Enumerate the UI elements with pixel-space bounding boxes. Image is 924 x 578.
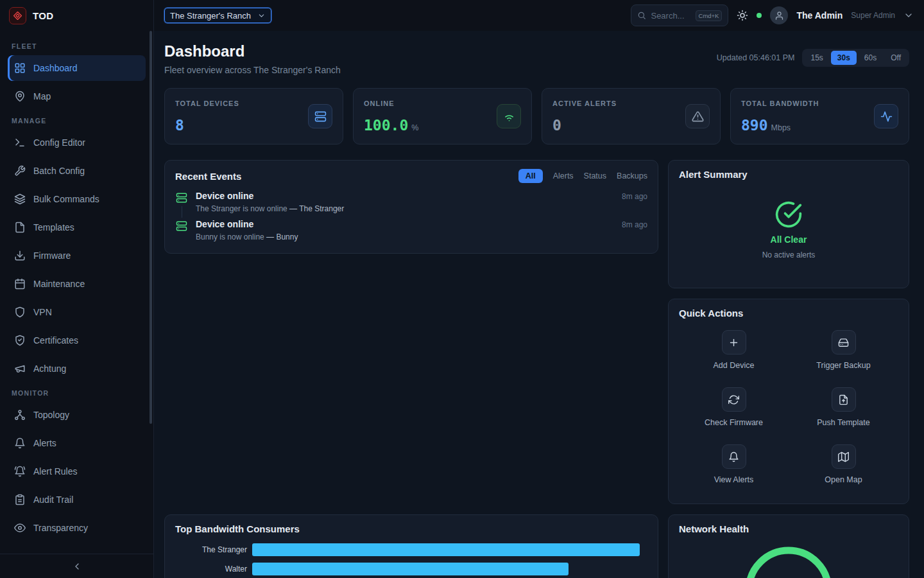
event-filters: AllAlertsStatusBackups — [518, 169, 647, 183]
sidebar-item-transparency[interactable]: Transparency — [8, 515, 146, 541]
stats-row: TOTAL DEVICES8ONLINE100.0%ACTIVE ALERTS0… — [164, 88, 909, 144]
sidebar-item-certificates[interactable]: Certificates — [8, 328, 146, 353]
bell-ring-icon — [14, 466, 26, 477]
server-icon — [176, 220, 187, 232]
sidebar-item-vpn[interactable]: VPN — [8, 299, 146, 325]
main-content: Dashboard Fleet overview across The Stra… — [154, 31, 924, 578]
refresh-option-off[interactable]: Off — [884, 51, 907, 65]
check-circle-icon — [774, 200, 803, 229]
events-filter-alerts[interactable]: Alerts — [553, 171, 574, 180]
page-title: Dashboard — [164, 42, 341, 60]
activity-icon — [874, 104, 898, 128]
clipboard-icon — [14, 494, 26, 505]
user-menu-chevron-icon[interactable] — [903, 10, 914, 21]
sidebar-scrollbar[interactable] — [150, 31, 152, 424]
events-filter-all[interactable]: All — [518, 169, 543, 183]
app-root: TOD FLEETDashboardMapMANAGEConfig Editor… — [0, 0, 924, 578]
map-pin-icon — [14, 91, 26, 102]
alert-status-text: All Clear — [771, 234, 807, 245]
shield-check-icon — [14, 335, 26, 346]
recent-events-title: Recent Events — [175, 171, 241, 182]
network-health-card: Network Health — [668, 514, 909, 578]
sidebar-item-audit-trail[interactable]: Audit Trail — [8, 487, 146, 512]
eye-icon — [14, 522, 26, 534]
layers-icon — [14, 193, 26, 205]
sidebar-item-batch-config[interactable]: Batch Config — [8, 158, 146, 184]
chevron-left-icon — [72, 561, 82, 572]
plus-icon — [722, 330, 746, 355]
wifi-icon — [497, 104, 521, 128]
download-icon — [14, 250, 26, 261]
event-row: Device online8m agoThe Stranger is now o… — [175, 191, 647, 219]
theme-toggle-sun-icon[interactable] — [737, 10, 748, 21]
sidebar-item-alert-rules[interactable]: Alert Rules — [8, 459, 146, 484]
sidebar-item-maintenance[interactable]: Maintenance — [8, 271, 146, 297]
updated-timestamp: Updated 05:46:01 PM — [717, 53, 795, 62]
user-role: Super Admin — [851, 11, 895, 20]
events-list: Device online8m agoThe Stranger is now o… — [175, 191, 647, 247]
user-name: The Admin — [796, 10, 843, 21]
sidebar-item-dashboard[interactable]: Dashboard — [8, 55, 146, 81]
quick-action-view-alerts[interactable]: View Alerts — [679, 444, 789, 484]
file-up-icon — [832, 387, 856, 412]
wrench-icon — [14, 165, 26, 177]
sidebar-collapse-button[interactable] — [0, 554, 153, 578]
sidebar-item-map[interactable]: Map — [8, 83, 146, 109]
refresh-icon — [722, 387, 746, 412]
sidebar-section-fleet: FLEET — [12, 42, 142, 50]
quick-action-push-template[interactable]: Push Template — [789, 387, 898, 427]
event-row: Device online8m agoBunny is now online —… — [175, 219, 647, 247]
stat-card-total-devices: TOTAL DEVICES8 — [164, 88, 343, 144]
chevron-down-icon — [257, 12, 266, 20]
events-filter-status[interactable]: Status — [584, 171, 606, 180]
left-column: Recent Events AllAlertsStatusBackups Dev… — [164, 160, 658, 578]
map-icon — [832, 444, 856, 469]
quick-action-check-firmware[interactable]: Check Firmware — [679, 387, 789, 427]
hard-drive-icon — [832, 330, 856, 355]
topbar: The Stranger's Ranch Search... Cmd+K The… — [154, 0, 924, 31]
site-selector-value: The Stranger's Ranch — [170, 11, 251, 21]
calendar-icon — [14, 278, 26, 290]
file-icon — [14, 222, 26, 233]
content-grid: Recent Events AllAlertsStatusBackups Dev… — [164, 160, 909, 578]
sidebar-item-bulk-commands[interactable]: Bulk Commands — [8, 186, 146, 212]
quick-actions-title: Quick Actions — [679, 308, 743, 319]
refresh-option-30s[interactable]: 30s — [831, 51, 857, 65]
network-health-title: Network Health — [679, 523, 749, 534]
right-column: Alert Summary All Clear No active alerts… — [668, 160, 909, 578]
bell-icon — [722, 444, 746, 469]
alert-note-text: No active alerts — [762, 250, 816, 259]
site-selector[interactable]: The Stranger's Ranch — [164, 8, 271, 23]
sidebar-item-topology[interactable]: Topology — [8, 402, 146, 428]
refresh-interval-group: 15s30s60sOff — [802, 49, 909, 67]
page-subtitle: Fleet overview across The Stranger's Ran… — [164, 65, 341, 75]
bandwidth-bar-row: Walter — [175, 563, 647, 575]
sidebar-item-firmware[interactable]: Firmware — [8, 243, 146, 268]
stat-card-online: ONLINE100.0% — [353, 88, 532, 144]
search-input[interactable]: Search... Cmd+K — [631, 4, 728, 26]
quick-action-trigger-backup[interactable]: Trigger Backup — [789, 330, 898, 370]
sidebar-item-config-editor[interactable]: Config Editor — [8, 130, 146, 155]
stat-card-active-alerts: ACTIVE ALERTS0 — [542, 88, 721, 144]
megaphone-icon — [14, 363, 26, 374]
events-filter-backups[interactable]: Backups — [617, 171, 647, 180]
grid-icon — [14, 62, 26, 74]
search-placeholder: Search... — [651, 11, 684, 21]
avatar[interactable] — [770, 6, 788, 24]
sidebar-item-achtung[interactable]: Achtung — [8, 356, 146, 381]
app-logo-icon — [9, 7, 26, 24]
sidebar-item-alerts[interactable]: Alerts — [8, 430, 146, 456]
server-icon — [176, 192, 187, 204]
sidebar-section-manage: MANAGE — [12, 117, 142, 125]
sidebar-nav: FLEETDashboardMapMANAGEConfig EditorBatc… — [0, 31, 153, 554]
sidebar: TOD FLEETDashboardMapMANAGEConfig Editor… — [0, 0, 154, 578]
refresh-option-15s[interactable]: 15s — [804, 51, 829, 65]
bandwidth-chart-title: Top Bandwidth Consumers — [175, 523, 300, 534]
network-health-ring — [740, 540, 837, 578]
sidebar-item-templates[interactable]: Templates — [8, 215, 146, 240]
page-head: Dashboard Fleet overview across The Stra… — [164, 42, 909, 75]
quick-action-add-device[interactable]: Add Device — [679, 330, 789, 370]
shield-icon — [14, 306, 26, 318]
refresh-option-60s[interactable]: 60s — [858, 51, 883, 65]
quick-action-open-map[interactable]: Open Map — [789, 444, 898, 484]
